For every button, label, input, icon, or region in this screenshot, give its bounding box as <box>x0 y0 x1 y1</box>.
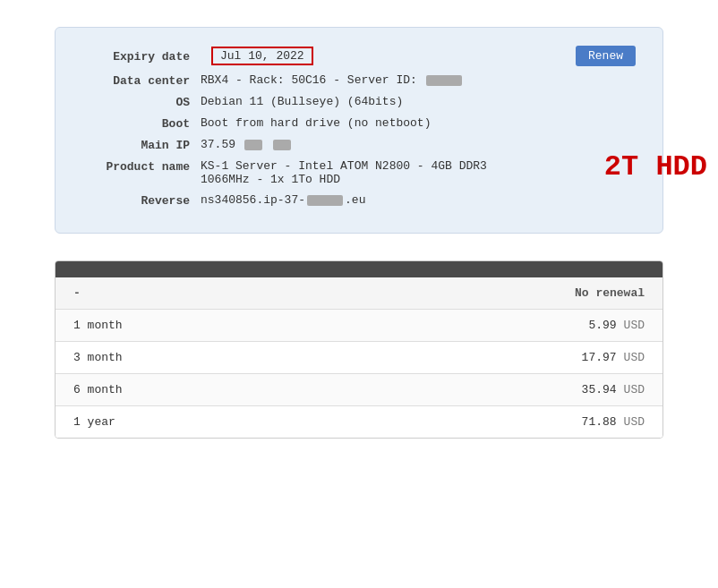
renewal-row[interactable]: 6 month35.94USD <box>56 374 662 406</box>
renewal-period: 1 year <box>56 406 420 439</box>
server-id-blurred <box>426 75 462 86</box>
product-name-label: Product name <box>82 159 190 174</box>
reverse-label: Reverse <box>82 193 190 208</box>
renewal-period: 3 month <box>56 342 420 374</box>
renew-button[interactable]: Renew <box>576 46 636 66</box>
renewal-header-price: No renewal <box>420 277 662 310</box>
hdd-annotation: 2T HDD <box>604 150 707 183</box>
reverse-blurred <box>307 195 343 206</box>
renewal-header-row: - No renewal <box>56 277 662 310</box>
ip-blurred-2 <box>273 140 291 150</box>
renewal-price: 35.94USD <box>420 374 662 406</box>
renewal-header-period: - <box>56 277 420 310</box>
os-label: OS <box>82 95 190 109</box>
expiry-row: Expiry date Jul 10, 2022 Renew <box>82 46 636 66</box>
renewal-table: - No renewal 1 month5.99USD3 month17.97U… <box>56 277 662 438</box>
ip-blurred-1 <box>244 140 262 150</box>
renewal-price: 5.99USD <box>420 310 662 342</box>
expiry-label: Expiry date <box>82 49 190 64</box>
os-value: Debian 11 (Bullseye) (64bits) <box>201 95 636 108</box>
renewal-price: 71.88USD <box>420 406 662 439</box>
renewal-table-header <box>56 261 662 277</box>
product-name-row: Product name KS-1 Server - Intel ATOM N2… <box>82 159 636 186</box>
product-name-value: KS-1 Server - Intel ATOM N2800 - 4GB DDR… <box>201 159 636 186</box>
price-currency: USD <box>624 415 645 429</box>
expiry-date-box: Jul 10, 2022 <box>211 47 313 65</box>
data-center-label: Data center <box>82 73 190 88</box>
main-ip-value: 37.59 <box>201 138 636 151</box>
renewal-period: 6 month <box>56 374 420 406</box>
data-center-value: RBX4 - Rack: 50C16 - Server ID: <box>201 73 636 87</box>
server-info-card: Expiry date Jul 10, 2022 Renew Data cent… <box>55 27 663 234</box>
price-amount: 71.88 <box>582 415 617 429</box>
price-amount: 17.97 <box>582 351 617 364</box>
reverse-value: ns340856.ip-37-.eu <box>201 193 636 207</box>
boot-value: Boot from hard drive (no netboot) <box>201 116 636 130</box>
renewal-row[interactable]: 1 year71.88USD <box>56 406 662 439</box>
renewal-table-wrapper: - No renewal 1 month5.99USD3 month17.97U… <box>55 260 663 439</box>
price-amount: 5.99 <box>588 319 616 332</box>
boot-label: Boot <box>82 116 190 131</box>
renewal-price: 17.97USD <box>420 342 662 374</box>
expiry-value: Jul 10, 2022 <box>220 49 304 63</box>
os-row: OS Debian 11 (Bullseye) (64bits) <box>82 95 636 109</box>
price-amount: 35.94 <box>582 383 617 396</box>
main-ip-label: Main IP <box>82 138 190 152</box>
price-currency: USD <box>624 319 645 332</box>
price-currency: USD <box>624 351 645 364</box>
price-currency: USD <box>624 383 645 396</box>
main-ip-row: Main IP 37.59 <box>82 138 636 152</box>
renewal-period: 1 month <box>56 310 420 342</box>
boot-row: Boot Boot from hard drive (no netboot) <box>82 116 636 131</box>
renewal-row[interactable]: 3 month17.97USD <box>56 342 662 374</box>
reverse-row: Reverse ns340856.ip-37-.eu <box>82 193 636 208</box>
data-center-row: Data center RBX4 - Rack: 50C16 - Server … <box>82 73 636 88</box>
renewal-row[interactable]: 1 month5.99USD <box>56 310 662 342</box>
